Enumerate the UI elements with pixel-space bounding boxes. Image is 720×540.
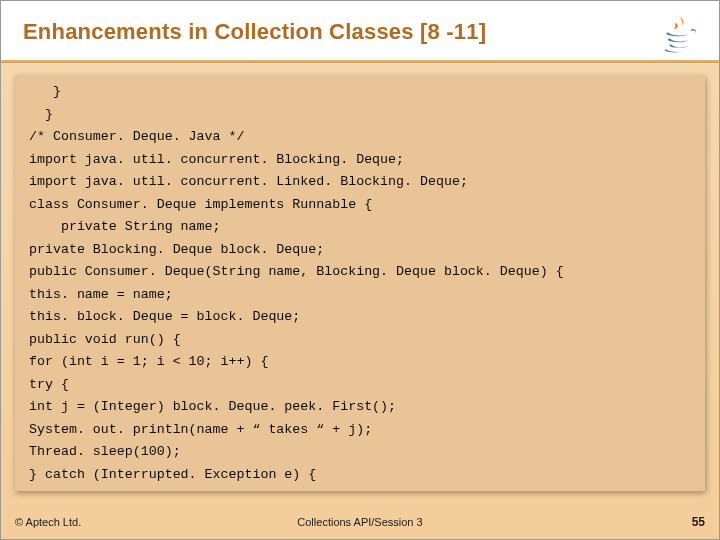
java-logo-icon (653, 5, 705, 57)
slide-footer: © Aptech Ltd. Collections API/Session 3 … (1, 511, 719, 539)
code-content: } } /* Consumer. Deque. Java */ import j… (29, 81, 691, 486)
code-panel: } } /* Consumer. Deque. Java */ import j… (15, 75, 705, 491)
header-divider (1, 60, 719, 63)
slide: Enhancements in Collection Classes [8 -1… (0, 0, 720, 540)
slide-title: Enhancements in Collection Classes [8 -1… (23, 19, 486, 45)
slide-header: Enhancements in Collection Classes [8 -1… (1, 1, 719, 63)
footer-center: Collections API/Session 3 (1, 516, 719, 528)
